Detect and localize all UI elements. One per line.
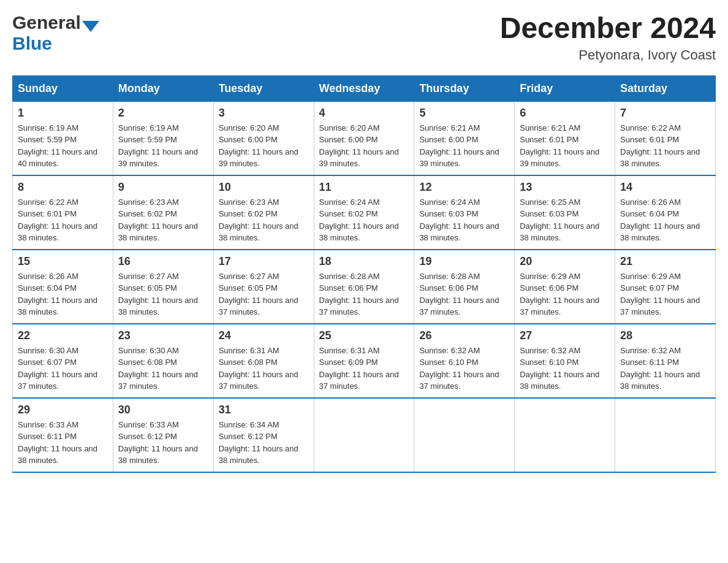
day-number: 13 (520, 181, 610, 194)
daylight-label: Daylight: 11 hours and 38 minutes. (520, 370, 599, 391)
calendar-cell: 3 Sunrise: 6:20 AM Sunset: 6:00 PM Dayli… (213, 101, 314, 175)
day-number: 3 (219, 107, 309, 120)
daylight-label: Daylight: 11 hours and 38 minutes. (118, 221, 198, 243)
sunset-label: Sunset: 6:06 PM (419, 283, 478, 293)
day-number: 28 (620, 329, 710, 342)
calendar-cell: 24 Sunrise: 6:31 AM Sunset: 6:08 PM Dayl… (213, 324, 314, 398)
logo: General Blue (12, 12, 99, 54)
sunrise-label: Sunrise: 6:27 AM (118, 272, 179, 281)
sunset-label: Sunset: 6:06 PM (520, 283, 578, 293)
calendar-cell: 30 Sunrise: 6:33 AM Sunset: 6:12 PM Dayl… (113, 398, 213, 472)
sunset-label: Sunset: 6:01 PM (18, 209, 77, 218)
calendar-cell: 4 Sunrise: 6:20 AM Sunset: 6:00 PM Dayli… (314, 101, 414, 175)
sunset-label: Sunset: 6:08 PM (118, 358, 177, 367)
sunset-label: Sunset: 6:06 PM (319, 283, 378, 293)
logo-blue-text: Blue (12, 33, 52, 53)
sunset-label: Sunset: 6:04 PM (620, 209, 679, 218)
sunset-label: Sunset: 6:01 PM (520, 135, 578, 144)
day-info: Sunrise: 6:30 AM Sunset: 6:08 PM Dayligh… (118, 345, 208, 393)
sunrise-label: Sunrise: 6:24 AM (319, 197, 380, 207)
calendar-week-row: 15 Sunrise: 6:26 AM Sunset: 6:04 PM Dayl… (13, 250, 716, 324)
daylight-label: Daylight: 11 hours and 40 minutes. (18, 147, 97, 169)
daylight-label: Daylight: 11 hours and 38 minutes. (319, 221, 399, 243)
calendar-cell: 22 Sunrise: 6:30 AM Sunset: 6:07 PM Dayl… (13, 324, 113, 398)
header-wednesday: Wednesday (314, 75, 414, 101)
day-info: Sunrise: 6:32 AM Sunset: 6:10 PM Dayligh… (419, 345, 509, 393)
daylight-label: Daylight: 11 hours and 37 minutes. (319, 370, 399, 391)
calendar-cell (414, 398, 515, 472)
logo-general-text: General (12, 12, 81, 33)
day-number: 15 (18, 255, 108, 268)
calendar-cell: 26 Sunrise: 6:32 AM Sunset: 6:10 PM Dayl… (414, 324, 515, 398)
calendar-week-row: 22 Sunrise: 6:30 AM Sunset: 6:07 PM Dayl… (13, 324, 716, 398)
calendar-cell: 9 Sunrise: 6:23 AM Sunset: 6:02 PM Dayli… (113, 175, 213, 250)
sunrise-label: Sunrise: 6:19 AM (18, 123, 78, 132)
daylight-label: Daylight: 11 hours and 37 minutes. (18, 370, 97, 391)
sunrise-label: Sunrise: 6:34 AM (219, 420, 279, 429)
sunrise-label: Sunrise: 6:26 AM (620, 197, 681, 207)
sunset-label: Sunset: 5:59 PM (118, 135, 177, 144)
location-text: Petyonara, Ivory Coast (500, 47, 716, 63)
header-friday: Friday (515, 75, 615, 101)
daylight-label: Daylight: 11 hours and 38 minutes. (620, 370, 700, 391)
sunset-label: Sunset: 5:59 PM (18, 135, 77, 144)
calendar-cell: 15 Sunrise: 6:26 AM Sunset: 6:04 PM Dayl… (13, 250, 113, 324)
day-info: Sunrise: 6:21 AM Sunset: 6:01 PM Dayligh… (520, 122, 610, 170)
sunrise-label: Sunrise: 6:33 AM (18, 420, 78, 429)
day-number: 20 (520, 255, 610, 268)
day-number: 30 (118, 404, 208, 416)
day-info: Sunrise: 6:32 AM Sunset: 6:11 PM Dayligh… (620, 345, 710, 393)
daylight-label: Daylight: 11 hours and 37 minutes. (520, 296, 599, 317)
daylight-label: Daylight: 11 hours and 37 minutes. (620, 296, 700, 317)
day-info: Sunrise: 6:33 AM Sunset: 6:11 PM Dayligh… (18, 419, 108, 467)
daylight-label: Daylight: 11 hours and 38 minutes. (419, 221, 499, 243)
header-tuesday: Tuesday (213, 75, 314, 101)
calendar-cell: 10 Sunrise: 6:23 AM Sunset: 6:02 PM Dayl… (213, 175, 314, 250)
daylight-label: Daylight: 11 hours and 38 minutes. (219, 444, 298, 465)
sunrise-label: Sunrise: 6:30 AM (118, 346, 179, 355)
sunrise-label: Sunrise: 6:31 AM (319, 346, 380, 355)
calendar-cell: 27 Sunrise: 6:32 AM Sunset: 6:10 PM Dayl… (515, 324, 615, 398)
day-info: Sunrise: 6:26 AM Sunset: 6:04 PM Dayligh… (620, 196, 710, 244)
sunrise-label: Sunrise: 6:30 AM (18, 346, 78, 355)
day-number: 26 (419, 329, 509, 342)
day-info: Sunrise: 6:24 AM Sunset: 6:03 PM Dayligh… (419, 196, 509, 244)
sunset-label: Sunset: 6:05 PM (118, 283, 177, 293)
day-info: Sunrise: 6:28 AM Sunset: 6:06 PM Dayligh… (319, 270, 409, 318)
daylight-label: Daylight: 11 hours and 37 minutes. (118, 370, 198, 391)
calendar-week-row: 1 Sunrise: 6:19 AM Sunset: 5:59 PM Dayli… (13, 101, 716, 175)
day-number: 24 (219, 329, 309, 342)
day-info: Sunrise: 6:31 AM Sunset: 6:08 PM Dayligh… (219, 345, 309, 393)
daylight-label: Daylight: 11 hours and 39 minutes. (319, 147, 399, 169)
day-info: Sunrise: 6:26 AM Sunset: 6:04 PM Dayligh… (18, 270, 108, 318)
calendar-cell: 14 Sunrise: 6:26 AM Sunset: 6:04 PM Dayl… (615, 175, 716, 250)
day-info: Sunrise: 6:22 AM Sunset: 6:01 PM Dayligh… (18, 196, 108, 244)
sunrise-label: Sunrise: 6:21 AM (520, 123, 580, 132)
sunset-label: Sunset: 6:01 PM (620, 135, 679, 144)
day-number: 6 (520, 107, 610, 120)
calendar-cell: 2 Sunrise: 6:19 AM Sunset: 5:59 PM Dayli… (113, 101, 213, 175)
day-number: 19 (419, 255, 509, 268)
calendar-table: Sunday Monday Tuesday Wednesday Thursday… (12, 75, 716, 473)
day-info: Sunrise: 6:28 AM Sunset: 6:06 PM Dayligh… (419, 270, 509, 318)
sunrise-label: Sunrise: 6:31 AM (219, 346, 279, 355)
day-number: 10 (219, 181, 309, 194)
sunrise-label: Sunrise: 6:29 AM (620, 272, 681, 281)
day-number: 12 (419, 181, 509, 194)
sunrise-label: Sunrise: 6:22 AM (18, 197, 78, 207)
calendar-cell: 18 Sunrise: 6:28 AM Sunset: 6:06 PM Dayl… (314, 250, 414, 324)
day-number: 4 (319, 107, 409, 120)
day-info: Sunrise: 6:22 AM Sunset: 6:01 PM Dayligh… (620, 122, 710, 170)
calendar-cell (615, 398, 716, 472)
calendar-cell: 16 Sunrise: 6:27 AM Sunset: 6:05 PM Dayl… (113, 250, 213, 324)
sunrise-label: Sunrise: 6:32 AM (419, 346, 480, 355)
sunset-label: Sunset: 6:02 PM (118, 209, 177, 218)
day-info: Sunrise: 6:31 AM Sunset: 6:09 PM Dayligh… (319, 345, 409, 393)
daylight-label: Daylight: 11 hours and 38 minutes. (18, 296, 97, 317)
day-number: 17 (219, 255, 309, 268)
sunrise-label: Sunrise: 6:28 AM (419, 272, 480, 281)
calendar-cell: 1 Sunrise: 6:19 AM Sunset: 5:59 PM Dayli… (13, 101, 113, 175)
daylight-label: Daylight: 11 hours and 39 minutes. (419, 147, 499, 169)
sunset-label: Sunset: 6:07 PM (620, 283, 679, 293)
calendar-cell: 8 Sunrise: 6:22 AM Sunset: 6:01 PM Dayli… (13, 175, 113, 250)
